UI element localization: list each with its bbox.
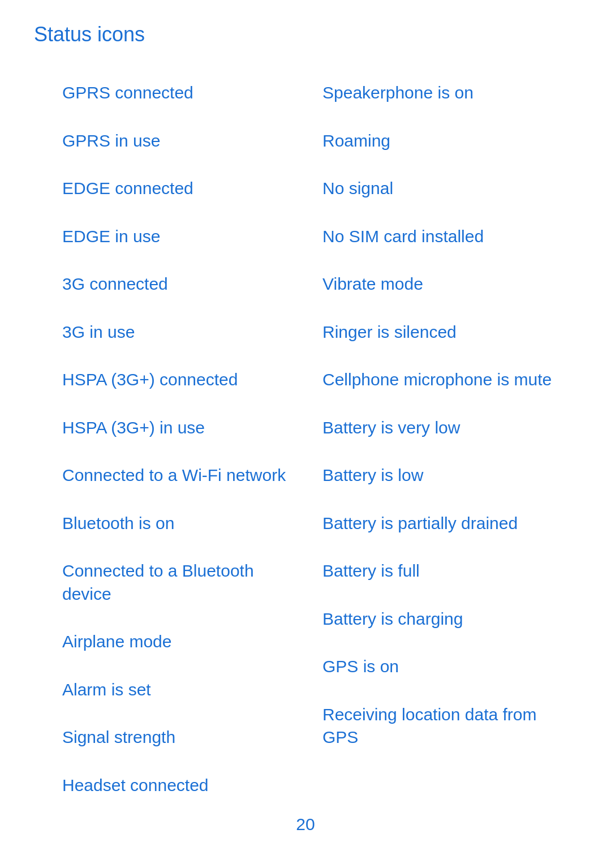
list-item: HSPA (3G+) in use (62, 404, 306, 452)
list-item: Battery is very low (322, 404, 566, 452)
list-item: Connected to a Wi-Fi network (62, 452, 306, 500)
list-item: No signal (322, 165, 566, 213)
list-item: Bluetooth is on (62, 500, 306, 548)
list-item: Battery is charging (322, 595, 566, 643)
list-item: GPRS connected (62, 69, 306, 117)
list-item: Alarm is set (62, 666, 306, 714)
right-column: Speakerphone is onRoamingNo signalNo SIM… (322, 69, 583, 809)
list-item: Cellphone microphone is mute (322, 356, 566, 404)
list-item: Receiving location data from GPS (322, 691, 566, 762)
status-icons-grid: GPRS connectedGPRS in useEDGE connectedE… (62, 69, 583, 809)
list-item: Headset connected (62, 762, 306, 810)
list-item: GPRS in use (62, 117, 306, 165)
list-item: EDGE connected (62, 165, 306, 213)
list-item: Ringer is silenced (322, 308, 566, 356)
list-item: Battery is partially drained (322, 500, 566, 548)
list-item: HSPA (3G+) connected (62, 356, 306, 404)
list-item: No SIM card installed (322, 213, 566, 261)
list-item: Vibrate mode (322, 260, 566, 308)
list-item: EDGE in use (62, 213, 306, 261)
list-item: Connected to a Bluetooth device (62, 547, 306, 618)
list-item: Speakerphone is on (322, 69, 566, 117)
page-number: 20 (296, 815, 315, 834)
list-item: 3G in use (62, 308, 306, 356)
page-title: Status icons (34, 23, 583, 46)
list-item: Airplane mode (62, 618, 306, 666)
list-item: GPS is on (322, 643, 566, 691)
list-item: Roaming (322, 117, 566, 165)
list-item: Signal strength (62, 714, 306, 762)
list-item: 3G connected (62, 260, 306, 308)
list-item: Battery is full (322, 547, 566, 595)
list-item: Battery is low (322, 452, 566, 500)
left-column: GPRS connectedGPRS in useEDGE connectedE… (62, 69, 322, 809)
